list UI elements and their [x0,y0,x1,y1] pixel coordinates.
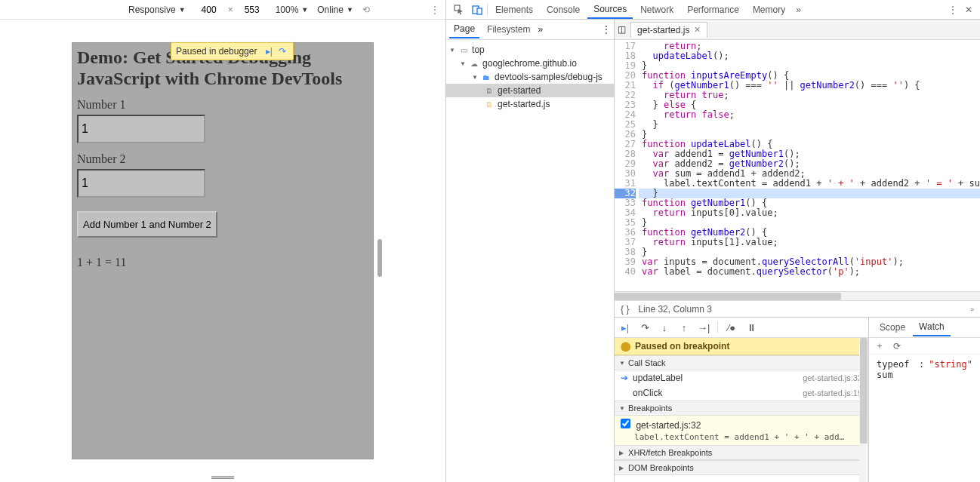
chevron-down-icon: ▼ [347,6,353,14]
number1-label: Number 1 [77,98,368,112]
code-lines: return; updateLabel();}function inputsAr… [639,40,980,291]
file-tree: ▼ ▭ top ▼ ☁ googlechrome.github.io ▼ 🖿 d… [446,40,614,482]
tab-performance[interactable]: Performance [681,2,745,18]
overlay-step-icon[interactable]: ↷ [276,45,288,57]
line-gutter: 1718192021222324252627282930313233343536… [615,40,639,291]
cursor-position: Line 32, Column 3 [638,304,711,315]
paused-in-debugger-overlay: Paused in debugger ▸| ↷ [171,42,294,60]
tab-scope[interactable]: Scope [874,319,911,336]
devtools-main-tabs: Elements Console Sources Network Perform… [446,0,980,20]
sources-navigator: Page Filesystem » ⋮ ▼ ▭ top ▼ ☁ googlech… [446,20,615,482]
overlay-resume-icon[interactable]: ▸| [263,45,275,57]
dom-breakpoints-header[interactable]: ▶DOM Breakpoints [615,460,868,475]
tabs-overflow-icon[interactable]: » [793,3,804,17]
navigator-tab-filesystem[interactable]: Filesystem [482,21,535,38]
step-into-icon[interactable]: ↓ [658,321,670,333]
dimension-separator: × [228,5,233,15]
device-mode-select[interactable]: Responsive▼ [128,5,186,15]
debugger-bottom-panes: ▸| ↷ ↓ ↑ →| ⁄● ⏸ ⬤ Paused on breakpoint [615,317,980,482]
pause-banner: ⬤ Paused on breakpoint [615,338,868,355]
code-editor[interactable]: 1718192021222324252627282930313233343536… [615,40,980,291]
navigator-tabs: Page Filesystem » ⋮ [446,20,614,40]
navigator-tab-page[interactable]: Page [449,20,479,38]
add-watch-icon[interactable]: ＋ [875,339,884,352]
callstack-frame[interactable]: onClick get-started.js:19 [615,385,868,401]
deactivate-breakpoints-icon[interactable]: ⁄● [726,321,738,333]
step-out-icon[interactable]: ↑ [678,321,690,333]
caret-down-icon: ▼ [460,60,466,67]
more-options-icon[interactable]: ⋮ [430,5,439,15]
callstack-frame[interactable]: ➔ updateLabel get-started.js:32 [615,370,868,385]
sources-editor-area: ◫ get-started.js ✕ 171819202122232425262… [615,20,980,482]
tab-memory[interactable]: Memory [747,2,791,18]
device-toolbar: Responsive▼ × 100%▼ Online▼ ⟲ ⋮ [0,0,445,20]
devtools-pane: Elements Console Sources Network Perform… [446,0,980,482]
editor-nav-icon[interactable]: ◫ [618,24,626,35]
device-emulation-pane: Responsive▼ × 100%▼ Online▼ ⟲ ⋮ Paused i… [0,0,446,482]
device-height-input[interactable] [238,5,267,15]
current-frame-icon: ➔ [621,373,628,383]
number1-input[interactable] [77,115,205,143]
device-width-input[interactable] [195,5,223,15]
throttle-select[interactable]: Online▼ [317,5,353,15]
debugger-vertical-scrollbar[interactable] [859,338,868,482]
refresh-watch-icon[interactable]: ⟳ [893,341,901,352]
breakpoint-item[interactable]: get-started.js:32 [615,416,868,432]
close-tab-icon[interactable]: ✕ [694,25,701,35]
step-icon[interactable]: →| [698,321,710,333]
tree-domain[interactable]: ▼ ☁ googlechrome.github.io [446,57,614,70]
navigator-more-icon[interactable]: ⋮ [602,24,611,35]
pretty-print-icon[interactable]: { } [621,304,629,315]
rotate-icon[interactable]: ⟲ [362,5,370,15]
emulated-viewport: Demo: Get Started Debugging JavaScript w… [0,20,445,482]
toggle-device-icon[interactable] [469,3,485,17]
editor-status-bar: { } Line 32, Column 3 ▫ [615,300,980,317]
breakpoint-checkbox[interactable] [621,419,630,428]
cloud-icon: ☁ [469,58,479,69]
tab-elements[interactable]: Elements [489,2,539,18]
number2-label: Number 2 [77,152,368,166]
tree-folder[interactable]: ▼ 🖿 devtools-samples/debug-js [446,70,614,84]
watch-expressions: typeof sum: "string" [869,355,980,482]
pause-on-exceptions-icon[interactable]: ⏸ [745,321,757,333]
number2-input[interactable] [77,169,205,198]
tab-watch[interactable]: Watch [913,318,951,336]
xhr-breakpoints-header[interactable]: ▶XHR/fetch Breakpoints [615,445,868,460]
devtools-settings-icon[interactable]: ⋮ [945,3,960,17]
tree-file-js[interactable]: 🗎 get-started.js [446,97,614,111]
navigator-overflow-icon[interactable]: » [538,24,543,35]
watch-entry[interactable]: typeof sum: "string" [877,359,972,380]
folder-icon: 🖿 [481,72,492,82]
inspect-element-icon[interactable] [451,3,467,17]
tree-top[interactable]: ▼ ▭ top [446,43,614,57]
paused-label: Paused in debugger [176,46,257,57]
callstack-header[interactable]: ▼Call Stack [615,355,868,370]
tab-console[interactable]: Console [541,2,586,18]
tree-file-html[interactable]: 🗎 get-started [446,84,614,97]
breakpoints-header[interactable]: ▼Breakpoints [615,401,868,416]
chevron-down-icon: ▼ [179,6,186,14]
device-frame: Demo: Get Started Debugging JavaScript w… [72,42,374,459]
viewport-resize-handle-bottom[interactable] [211,476,234,479]
editor-tabs: ◫ get-started.js ✕ [615,20,980,40]
watch-tabs: Scope Watch [869,318,980,338]
viewport-resize-handle-right[interactable] [378,239,382,277]
editor-tab-active[interactable]: get-started.js ✕ [630,22,707,38]
add-button[interactable]: Add Number 1 and Number 2 [77,211,217,238]
coverage-icon[interactable]: ▫ [971,304,974,315]
warning-icon: ⬤ [621,341,630,352]
watch-toolbar: ＋ ⟳ [869,338,980,355]
device-dimensions: × [195,5,267,15]
step-over-icon[interactable]: ↷ [639,321,651,333]
tab-network[interactable]: Network [634,2,680,18]
result-text: 1 + 1 = 11 [77,256,368,269]
caret-down-icon: ▼ [449,47,455,54]
resume-icon[interactable]: ▸| [619,321,631,333]
debugger-pane: ▸| ↷ ↓ ↑ →| ⁄● ⏸ ⬤ Paused on breakpoint [615,318,869,482]
debugger-toolbar: ▸| ↷ ↓ ↑ →| ⁄● ⏸ [615,318,868,338]
tab-sources[interactable]: Sources [587,1,633,19]
editor-horizontal-scrollbar[interactable] [615,291,980,300]
devtools-close-icon[interactable]: ✕ [962,3,975,17]
zoom-select[interactable]: 100%▼ [276,5,309,15]
js-file-icon: 🗎 [484,99,495,109]
